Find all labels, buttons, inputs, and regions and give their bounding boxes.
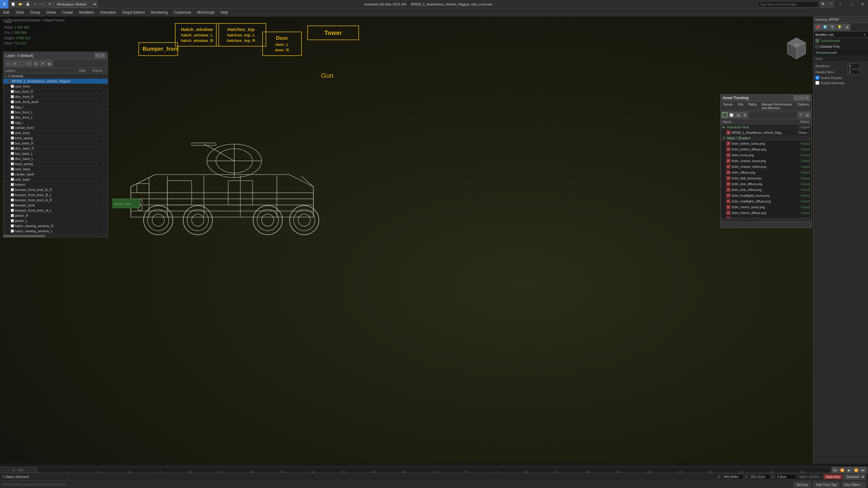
layer-frz-27[interactable]: ··· [100,214,106,217]
asset-file-row-8[interactable]: P brdm_disk_reflect.png Found [721,187,811,193]
selected-dropdown[interactable]: Selected [843,474,866,480]
layer-item-25[interactable]: ⬜ bumper_front ··· ··· [3,203,108,208]
add-time-tag-button[interactable]: Add Time Tag [813,482,839,487]
redo-button[interactable]: ↪ [39,1,45,8]
layer-vis-25[interactable]: ··· [94,204,100,207]
search-input[interactable] [758,1,819,7]
render-iters-input[interactable] [848,70,860,74]
layer-item-1[interactable]: ⬛ BRDM_2_Amphibious_Vehicle_Rigged ··· ·… [3,79,108,84]
layer-frz-10[interactable]: ··· [100,126,106,129]
asset-btn-help[interactable]: ? [798,112,804,118]
layer-vis-23[interactable]: ··· [94,193,100,196]
asset-menu-bitmap-perf[interactable]: Bitmap Performance and Memory [759,102,795,111]
layer-vis-16[interactable]: ··· [94,157,100,160]
menu-help[interactable]: Help [218,8,231,16]
asset-vault-row[interactable]: ▶ Autodesk Vault Logged [721,124,811,130]
menu-edit[interactable]: Edit [0,8,12,16]
asset-file-row-2[interactable]: P brdm_bump.png Found [721,152,811,158]
layer-vis-29[interactable]: ··· [94,224,100,227]
layer-item-10[interactable]: ⬜ cardan_front ··· ··· [3,125,108,130]
menu-views[interactable]: Views [43,8,59,16]
layer-vis-28[interactable]: ··· [94,219,100,222]
layer-frz-24[interactable]: ··· [100,199,106,202]
mod-env-button[interactable]: 🌍 [822,24,829,30]
layer-frz-4[interactable]: ··· [100,95,106,98]
layer-vis-15[interactable]: ··· [94,152,100,155]
layer-item-28[interactable]: ⬜ janitor_L ··· ··· [3,218,108,224]
modifier-editable-poly[interactable]: Editable Poly [813,44,868,50]
layer-frz-22[interactable]: ··· [100,188,106,191]
layer-frz-2[interactable]: ··· [100,85,106,88]
play-prev-button[interactable]: ⏪ [839,467,845,474]
layer-frz-30[interactable]: ··· [100,230,106,233]
layer-frz-12[interactable]: ··· [100,136,106,139]
asset-btn-2[interactable]: ⬜ [728,112,735,118]
restore-button[interactable]: □ [846,0,857,8]
layer-highlight-button[interactable]: ◈ [33,61,39,67]
layer-frz-3[interactable]: ··· [100,90,106,93]
workspace-dropdown[interactable]: Workspace: Default [54,1,97,8]
viewport[interactable]: Total Polys: 1 369 380 Tris: 1 369 380 E… [0,17,868,464]
layer-vis-22[interactable]: ··· [94,188,100,191]
layer-vis-19[interactable]: ··· [94,173,100,176]
layer-frz-28[interactable]: ··· [100,219,106,222]
layer-frz-17[interactable]: ··· [100,162,106,165]
layer-vis-3[interactable]: ··· [94,90,100,93]
layer-item-12[interactable]: ⬜ front_spring ··· ··· [3,136,108,141]
asset-restore-button[interactable]: □ [799,95,804,100]
layer-delete-button[interactable]: ✕ [12,61,18,67]
layer-collapse-button[interactable]: ▼ [40,61,46,67]
undo-button[interactable]: ↩ [32,1,38,8]
asset-file-row-3[interactable]: P brdm_chassis_bump.png Found [721,158,811,164]
asset-menu-server[interactable]: Server [721,102,735,111]
asset-file-row-11[interactable]: P brdm_interior_bump.png Found [721,204,811,210]
asset-file-row-0[interactable]: P brdm_bottom_bump.png Found [721,141,811,147]
menu-graph-editors[interactable]: Graph Editors [119,8,148,16]
cube-navigator[interactable]: TOP [784,36,809,61]
layer-frz-16[interactable]: ··· [100,157,106,160]
layer-item-30[interactable]: ⬜ hatch_viewing_window_L ··· ··· [3,229,108,234]
asset-btn-3[interactable]: ▤ [735,112,741,118]
set-key-button[interactable]: Set Key [794,482,811,487]
new-button[interactable]: 📄 [10,1,17,8]
layer-vis-4[interactable]: ··· [94,95,100,98]
maps-group[interactable]: ▼ Maps / Shaders [721,136,811,141]
open-button[interactable]: 📂 [17,1,24,8]
layer-frz-18[interactable]: ··· [100,167,106,170]
layer-vis-7[interactable]: ··· [94,111,100,114]
layer-item-13[interactable]: ⬜ bus_back_R ··· ··· [3,141,108,146]
asset-file-row-5[interactable]: P brdm_diffuse.png Found [721,170,811,175]
layer-frz-19[interactable]: ··· [100,173,106,176]
layer-item-0[interactable]: ▤ 0 (default) ✓ ··· ··· [3,73,108,79]
coord-z-input[interactable] [776,474,797,479]
layer-vis-13[interactable]: ··· [94,142,100,145]
layer-item-11[interactable]: ⬜ axle_front ··· ··· [3,130,108,136]
iterations-input[interactable] [848,64,860,68]
layer-frz-6[interactable]: ··· [100,105,106,108]
asset-file-row-7[interactable]: P brdm_disk_diffuse.png Found [721,181,811,187]
layer-vis-26[interactable]: ··· [94,209,100,212]
mod-pin-button[interactable]: 📌 [814,24,821,30]
layer-vis-30[interactable]: ··· [94,230,100,233]
layer-item-5[interactable]: ⬜ axle_front_level ··· ··· [3,99,108,105]
layer-item-24[interactable]: ⬜ bumper_front_level_A_R ··· ··· [3,198,108,203]
layer-vis-11[interactable]: ··· [94,131,100,134]
layer-new-button[interactable]: + [5,61,11,67]
layer-vis-21[interactable]: ··· [94,183,100,186]
key-filters-button[interactable]: Key Filters... [841,482,866,487]
layer-item-20[interactable]: ⬜ axle_back ··· ··· [3,177,108,182]
layer-frz-20[interactable]: ··· [100,178,106,181]
layer-vis-10[interactable]: ··· [94,126,100,129]
asset-menu-options[interactable]: Options [795,102,811,111]
asset-file-row-10[interactable]: P brdm_headlights_diffuse.png Found [721,199,811,204]
menu-animation[interactable]: Animation [97,8,119,16]
layer-frz-13[interactable]: ··· [100,142,106,145]
layer-vis-20[interactable]: ··· [94,178,100,181]
panel-close-button[interactable]: ✕ [100,53,105,58]
modifier-turbosmooth[interactable]: TurboSmooth [813,38,868,44]
menu-group[interactable]: Group [27,8,43,16]
layer-item-29[interactable]: ⬜ hatch_viewing_window_R ··· ··· [3,224,108,229]
minimize-button[interactable]: ─ [835,0,846,8]
asset-btn-4[interactable]: ⚙ [742,112,748,118]
layer-vis-18[interactable]: ··· [94,167,100,170]
